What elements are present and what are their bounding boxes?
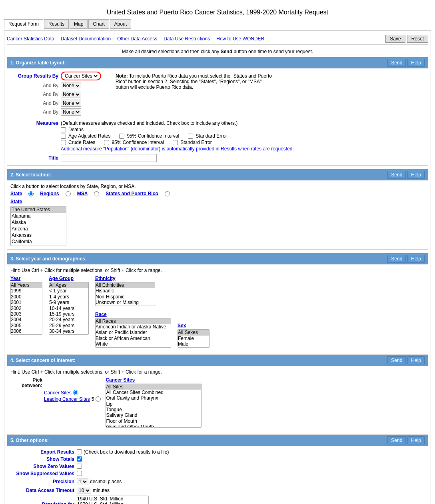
sex-link[interactable]: Sex [178,323,210,328]
instruction-text: Make all desired selections and then cli… [7,47,428,57]
ci95-checkbox-2[interactable] [104,140,109,145]
section-5-help-button[interactable]: Help [407,436,425,444]
measures-desc: (Default measures always checked and inc… [61,120,237,126]
section-1-help-button[interactable]: Help [407,59,425,67]
tab-request-form[interactable]: Request Form [4,19,43,29]
std-error-checkbox-1[interactable] [188,134,193,139]
ethnicity-race-col: Ethnicity All EthnicitiesHispanicNon-His… [95,276,171,348]
tab-map[interactable]: Map [70,19,88,29]
section-3-send-button[interactable]: Send [387,255,406,263]
section-5-send-button[interactable]: Send [387,436,406,444]
deaths-label: Deaths [68,127,84,132]
and-by-row-2: And By None [10,91,101,98]
section-4-title: 4. Select cancers of interest: [10,358,76,363]
section-2-send-button[interactable]: Send [387,171,406,179]
precision-select[interactable]: 1 2 3 [77,478,88,485]
link-other-data-access[interactable]: Other Data Access [117,36,157,42]
ci95-checkbox-1[interactable] [119,134,124,139]
tab-about[interactable]: About [110,19,131,29]
export-results-checkbox[interactable] [77,449,82,454]
and-by-select-2[interactable]: None [61,91,81,98]
link-dataset-documentation[interactable]: Dataset Documentation [61,36,111,42]
state-radio-link[interactable]: State [10,191,22,196]
deaths-checkbox[interactable] [61,127,66,132]
save-button[interactable]: Save [385,35,405,43]
age-adj-list[interactable]: 1940 U.S. Std. Million1970 U.S. Std. Mil… [77,496,149,504]
and-by-select-3[interactable]: None [61,100,81,107]
ethnicity-link[interactable]: Ethnicity [95,276,171,281]
std-error-label-2: Standard Error [180,140,212,145]
cancer-sites-list-col: Cancer Sites All SitesAll Cancer Sites C… [106,377,202,428]
tab-results[interactable]: Results [44,19,69,29]
link-data-use-restrictions[interactable]: Data Use Restrictions [164,36,210,42]
year-link[interactable]: Year [10,276,42,281]
sex-list[interactable]: All SexesFemaleMale [178,329,210,347]
race-list[interactable]: All RacesAmerican Indian or Alaska Nativ… [95,318,171,348]
section-2-help-button[interactable]: Help [407,171,425,179]
cancer-sites-heading-link[interactable]: Cancer Sites [106,377,202,383]
show-totals-checkbox[interactable] [77,456,82,462]
age-group-link[interactable]: Age Group [49,276,89,281]
and-by-select-4[interactable]: None [61,108,81,116]
section-1: 1. Organize table layout: Send Help Grou… [7,57,428,166]
section-4-send-button[interactable]: Send [387,356,406,364]
timeout-select[interactable]: 10 20 30 [77,487,91,494]
year-list[interactable]: All Years1999200020012002200320042005200… [10,282,42,335]
section-1-send-button[interactable]: Send [387,59,406,67]
leading-cancer-sites-radio[interactable] [96,396,101,402]
section-5-title: 5. Other options: [10,438,49,443]
and-by-row-1: And By None [10,82,101,89]
show-zero-row: Show Zero Values [10,464,425,469]
note-title: Note: [116,73,128,79]
show-totals-label: Show Totals [10,456,74,462]
cancer-sites-radio[interactable] [73,390,78,395]
section-3-body: Hint: Use Ctrl + Click for multiple sele… [7,264,428,351]
cancer-sites-radio-row: Cancer Sites [44,390,101,396]
ci95-label-1: 95% Confidence Interval [127,133,179,139]
cancer-picker: Pick between: Cancer Sites Leading Cance… [10,377,425,428]
additional-measure-note: Additional measure "Population" (denomin… [61,146,425,152]
regions-radio-link[interactable]: Regions [40,191,59,196]
show-suppressed-row: Show Suppressed Values [10,471,425,476]
cancer-sites-list[interactable]: All SitesAll Cancer Sites CombinedOral C… [106,384,202,428]
precision-label: Precision [10,479,74,484]
title-input[interactable] [61,154,157,162]
and-by-label-1: And By [10,83,58,88]
age-group-list[interactable]: All Ages< 1 year1-4 years5-9 years10-14 … [49,282,89,335]
ethnicity-list[interactable]: All EthnicitiesHispanicNon-HispanicUnkno… [95,282,155,306]
state-heading-link[interactable]: State [10,199,425,204]
link-how-to-use-wonder[interactable]: How to Use WONDER [216,36,264,42]
section-2-body: Click a button to select locations by St… [7,180,428,249]
leading-cancer-sites-link[interactable]: Leading Cancer Sites [44,396,90,402]
section-4: 4. Select cancers of interest: Send Help… [7,354,428,431]
states-pr-radio[interactable] [165,191,170,196]
and-by-label-4: And By [10,109,58,115]
state-list[interactable]: The United StatesAlabamaAlaskaArizonaArk… [10,206,66,246]
demographics-hint: Hint: Use Ctrl + Click for multiple sele… [10,268,425,273]
section-3-help-button[interactable]: Help [407,255,425,263]
tab-chart[interactable]: Chart [88,19,109,29]
crude-rates-checkbox[interactable] [61,140,66,145]
states-pr-radio-link[interactable]: States and Puerto Rico [106,191,158,196]
regions-radio[interactable] [66,191,71,196]
show-zero-label: Show Zero Values [10,464,74,469]
msa-radio[interactable] [94,191,99,196]
reset-button[interactable]: Reset [407,35,428,43]
age-adjusted-checkbox[interactable] [61,134,66,139]
show-totals-row: Show Totals [10,456,425,462]
age-adjusted-label: Age Adjusted Rates [68,133,110,139]
state-radio[interactable] [28,191,34,196]
show-suppressed-checkbox[interactable] [77,471,82,476]
group-results-select[interactable]: Cancer Sites Year State Age Group [63,73,99,79]
and-by-select-1[interactable]: None [61,82,81,89]
link-cancer-statistics-data[interactable]: Cancer Statistics Data [7,36,54,42]
std-error-checkbox-2[interactable] [173,140,178,145]
msa-radio-link[interactable]: MSA [77,191,88,196]
show-zero-checkbox[interactable] [77,464,82,469]
section-3-title: 3. Select year and demographics: [10,256,87,262]
race-link[interactable]: Race [95,312,171,317]
cancer-sites-link[interactable]: Cancer Sites [44,390,72,396]
measures-label: Measures [10,120,58,126]
section-4-help-button[interactable]: Help [407,356,425,364]
show-suppressed-label: Show Suppressed Values [10,471,74,476]
